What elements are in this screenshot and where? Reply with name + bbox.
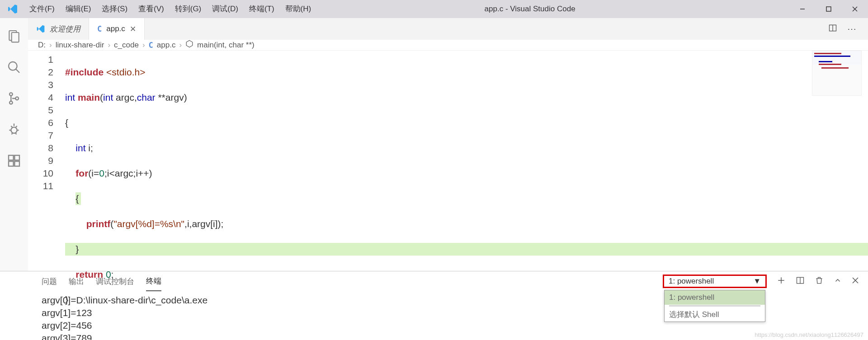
chevron-up-icon[interactable] — [834, 276, 842, 287]
svg-point-8 — [9, 93, 13, 96]
panel-tab-terminal[interactable]: 终端 — [146, 271, 161, 291]
extensions-icon[interactable] — [7, 154, 21, 170]
breadcrumb-symbol[interactable]: main(int, char **) — [197, 41, 255, 50]
dropdown-separator — [669, 306, 760, 306]
svg-rect-22 — [14, 155, 19, 160]
svg-point-10 — [15, 97, 19, 100]
debug-icon[interactable] — [7, 122, 21, 139]
vscode-logo — [0, 4, 25, 14]
title-bar: 文件(F) 编辑(E) 选择(S) 查看(V) 转到(G) 调试(D) 终端(T… — [0, 0, 868, 18]
tab-welcome-label: 欢迎使用 — [50, 24, 80, 34]
panel-tab-problems[interactable]: 问题 — [42, 271, 57, 291]
breadcrumb-drive[interactable]: D: — [38, 41, 46, 50]
split-editor-icon[interactable] — [828, 23, 837, 35]
window-title: app.c - Visual Studio Code — [316, 5, 789, 14]
c-file-icon: C — [97, 24, 102, 33]
svg-rect-20 — [9, 161, 14, 166]
menu-terminal[interactable]: 终端(T) — [245, 0, 279, 18]
c-file-icon: C — [149, 41, 153, 50]
new-terminal-icon[interactable] — [777, 276, 786, 287]
close-button[interactable] — [842, 0, 868, 18]
more-icon[interactable]: ⋯ — [847, 23, 856, 35]
split-terminal-icon[interactable] — [796, 276, 805, 287]
search-icon[interactable] — [7, 60, 21, 77]
svg-point-11 — [11, 127, 17, 133]
close-panel-icon[interactable] — [852, 277, 859, 286]
menu-view[interactable]: 查看(V) — [134, 0, 169, 18]
activity-bar — [0, 18, 28, 271]
dropdown-option-default-shell[interactable]: 选择默认 Shell — [665, 307, 765, 321]
menu-help[interactable]: 帮助(H) — [281, 0, 316, 18]
minimap[interactable] — [812, 51, 862, 96]
menu-debug[interactable]: 调试(D) — [208, 0, 243, 18]
svg-point-6 — [9, 62, 17, 70]
dropdown-option-powershell[interactable]: 1: powershell — [665, 290, 765, 305]
menu-edit[interactable]: 编辑(E) — [61, 0, 96, 18]
chevron-down-icon: ▼ — [753, 277, 761, 286]
svg-line-7 — [16, 69, 19, 73]
symbol-icon — [185, 40, 193, 50]
terminal-selector[interactable]: 1: powershell ▼ — [663, 275, 767, 288]
panel-tab-debug[interactable]: 调试控制台 — [96, 271, 134, 291]
svg-rect-21 — [14, 161, 19, 166]
main-menu: 文件(F) 编辑(E) 选择(S) 查看(V) 转到(G) 调试(D) 终端(T… — [25, 0, 316, 18]
tab-welcome[interactable]: 欢迎使用 — [28, 18, 89, 40]
svg-rect-1 — [826, 7, 831, 11]
kill-terminal-icon[interactable] — [815, 276, 824, 287]
svg-rect-19 — [9, 155, 14, 160]
window-controls — [789, 0, 868, 18]
panel-tab-bar: 问题 输出 调试控制台 终端 1: powershell ▼ 1: powers… — [0, 271, 868, 291]
maximize-button[interactable] — [816, 0, 842, 18]
minimize-button[interactable] — [789, 0, 816, 18]
svg-line-16 — [16, 126, 17, 127]
svg-line-15 — [11, 126, 12, 127]
terminal-dropdown-list: 1: powershell 选择默认 Shell — [664, 290, 765, 322]
tab-bar: 欢迎使用 C app.c ✕ ⋯ — [28, 18, 868, 40]
menu-select[interactable]: 选择(S) — [97, 0, 132, 18]
breadcrumb[interactable]: D:› linux-share-dir› c_code› C app.c› ma… — [28, 40, 868, 51]
svg-point-9 — [9, 101, 13, 104]
source-control-icon[interactable] — [7, 91, 21, 108]
watermark: https://blog.csdn.net/xiaolong1126626497 — [755, 331, 863, 338]
breadcrumb-file[interactable]: app.c — [157, 41, 176, 50]
menu-file[interactable]: 文件(F) — [25, 0, 59, 18]
line-number-gutter: 1234567891011 — [28, 51, 63, 340]
tab-close-icon[interactable]: ✕ — [130, 24, 136, 34]
menu-goto[interactable]: 转到(G) — [170, 0, 206, 18]
explorer-icon[interactable] — [7, 29, 21, 46]
panel-tab-output[interactable]: 输出 — [69, 271, 84, 291]
tab-appc[interactable]: C app.c ✕ — [89, 18, 145, 40]
svg-rect-5 — [12, 33, 19, 42]
breadcrumb-dir1[interactable]: linux-share-dir — [56, 41, 104, 50]
breadcrumb-dir2[interactable]: c_code — [114, 41, 139, 50]
tab-appc-label: app.c — [106, 24, 125, 33]
terminal-selector-label: 1: powershell — [669, 277, 714, 286]
